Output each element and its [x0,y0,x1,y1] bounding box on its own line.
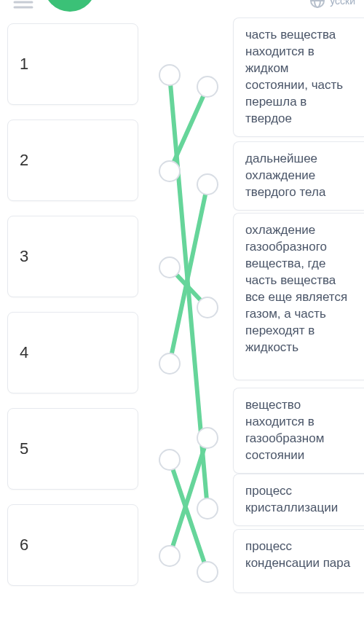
left-card-4[interactable]: 4 [7,312,138,393]
left-node-5[interactable] [159,449,181,471]
left-node-1[interactable] [159,64,181,86]
right-card-text: вещество находится в газообразном состоя… [245,398,324,462]
left-card-6[interactable]: 6 [7,504,138,586]
right-node-1[interactable] [197,76,218,98]
right-card-text: часть вещества находится в жидком состоя… [245,28,343,125]
left-node-4[interactable] [159,353,181,375]
left-node-6[interactable] [159,545,181,567]
menu-icon[interactable] [13,0,33,9]
left-card-3[interactable]: 3 [7,216,138,297]
left-card-label: 2 [20,149,28,171]
language-label: усски [330,0,355,7]
right-node-3[interactable] [197,297,218,318]
right-node-5[interactable] [197,498,218,520]
svg-line-7 [170,87,207,171]
right-card-4[interactable]: вещество находится в газообразном состоя… [233,388,364,474]
right-card-text: дальнейшее охлаждение твердого тела [245,152,325,199]
right-card-text: процесс кристаллизации [245,484,338,514]
left-card-label: 1 [20,53,28,75]
right-node-4[interactable] [197,427,218,449]
left-card-2[interactable]: 2 [7,119,138,201]
right-card-2[interactable]: дальнейшее охлаждение твердого тела [233,141,364,211]
right-card-6[interactable]: процесс конденсации пара [233,529,364,593]
left-card-5[interactable]: 5 [7,408,138,490]
left-card-label: 3 [20,246,28,267]
right-card-3[interactable]: охлаждение газообразного вещества, где ч… [233,213,364,380]
left-card-1[interactable]: 1 [7,23,138,105]
left-node-3[interactable] [159,256,181,278]
right-card-5[interactable]: процесс кристаллизации [233,474,364,526]
left-card-label: 4 [20,342,28,364]
left-card-label: 5 [20,438,28,460]
globe-icon [309,0,325,9]
left-card-label: 6 [20,534,28,556]
language-switch[interactable]: усски [309,0,355,9]
right-card-1[interactable]: часть вещества находится в жидком состоя… [233,17,364,137]
right-card-text: охлаждение газообразного вещества, где ч… [245,223,347,354]
matching-stage: 123456часть вещества находится в жидком … [0,9,364,623]
left-node-2[interactable] [159,160,181,182]
right-node-6[interactable] [197,561,218,583]
right-card-text: процесс конденсации пара [245,539,350,570]
right-node-2[interactable] [197,173,218,195]
